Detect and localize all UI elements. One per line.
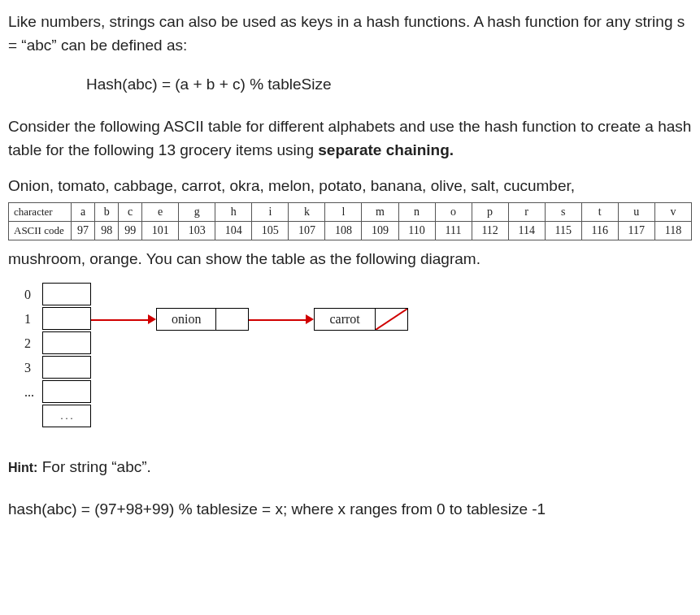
slot-box <box>42 283 91 305</box>
ascii-code: 109 <box>362 222 398 240</box>
ascii-char: o <box>435 203 472 222</box>
ascii-char: g <box>179 203 215 222</box>
ascii-char: p <box>472 203 508 222</box>
intro-para: Like numbers, strings can also be used a… <box>8 10 692 58</box>
node-pointer <box>216 308 249 331</box>
ascii-char: t <box>581 203 618 222</box>
ascii-code: 116 <box>581 222 618 240</box>
ascii-code: 97 <box>72 222 95 240</box>
ascii-code: 117 <box>618 222 654 240</box>
ascii-char: m <box>362 203 398 222</box>
hint-line: Hint: For string “abc”. <box>8 458 692 476</box>
slot-row: . . . <box>24 405 692 429</box>
slot-box <box>42 380 91 403</box>
slot-row: 3 <box>24 356 692 380</box>
node-label: carrot <box>314 308 375 331</box>
ascii-code: 103 <box>179 222 215 240</box>
node-pointer-null <box>376 308 408 331</box>
slot-box: . . . <box>42 405 91 427</box>
ascii-char: n <box>398 203 435 222</box>
ascii-char: h <box>215 203 252 222</box>
node-label: onion <box>156 308 216 331</box>
ascii-code: 105 <box>252 222 289 240</box>
hint-label: Hint: <box>8 461 37 474</box>
ascii-code: 112 <box>472 222 508 240</box>
arrow-icon <box>91 308 156 331</box>
task-para: Consider the following ASCII table for d… <box>8 115 692 162</box>
slot-box <box>42 331 91 354</box>
ascii-code: 101 <box>142 222 179 240</box>
slot-row: 0 <box>24 283 692 307</box>
ascii-char: r <box>508 203 545 222</box>
ascii-char: u <box>618 203 654 222</box>
slot-index: 2 <box>24 336 42 351</box>
slot-index: 3 <box>24 361 42 375</box>
slot-box <box>42 307 91 330</box>
ascii-code-label: ASCII code <box>9 222 72 240</box>
slot-row: 2 <box>24 331 692 356</box>
ascii-table: character a b c e g h i k l m n o p r s … <box>8 202 692 240</box>
grocery-items-line: Onion, tomato, cabbage, carrot, okra, me… <box>8 174 692 197</box>
hash-formula: Hash(abc) = (a + b + c) % tableSize <box>86 76 692 93</box>
slot-index: ... <box>24 385 42 400</box>
ascii-char: s <box>545 203 581 222</box>
ascii-char: b <box>95 203 119 222</box>
ascii-code: 104 <box>215 222 252 240</box>
svg-line-0 <box>376 309 407 330</box>
hash-example: hash(abc) = (97+98+99) % tablesize = x; … <box>8 497 692 521</box>
ascii-code: 110 <box>398 222 435 240</box>
arrow-icon <box>249 308 314 331</box>
ascii-code: 98 <box>95 222 119 240</box>
slot-row: ... <box>24 380 692 405</box>
ascii-code: 99 <box>119 222 142 240</box>
slot-box <box>42 356 91 379</box>
ascii-char: e <box>142 203 179 222</box>
hash-diagram: 0 1 onion carrot 2 3 ... . . <box>24 283 692 429</box>
ascii-code: 118 <box>654 222 691 240</box>
after-table-text: mushroom, orange. You can show the table… <box>8 247 692 271</box>
ascii-char-label: character <box>9 203 72 222</box>
chain-node: onion <box>156 308 249 331</box>
ascii-char: c <box>119 203 142 222</box>
slot-row: 1 onion carrot <box>24 307 692 331</box>
ascii-code: 115 <box>545 222 581 240</box>
ascii-char: i <box>252 203 289 222</box>
task-bold: separate chaining. <box>318 141 454 158</box>
ascii-char: a <box>72 203 95 222</box>
ascii-char-row: character a b c e g h i k l m n o p r s … <box>9 203 692 222</box>
chain-node: carrot <box>314 308 407 331</box>
ascii-char: k <box>289 203 325 222</box>
ascii-char: l <box>325 203 362 222</box>
slot-index: 0 <box>24 288 42 302</box>
hint-text: For string “abc”. <box>42 458 151 475</box>
ascii-code: 108 <box>325 222 362 240</box>
ascii-code-row: ASCII code 97 98 99 101 103 104 105 107 … <box>9 222 692 240</box>
ascii-code: 111 <box>435 222 472 240</box>
slot-index: 1 <box>24 312 42 327</box>
ascii-char: v <box>654 203 691 222</box>
ascii-code: 107 <box>289 222 325 240</box>
ascii-code: 114 <box>508 222 545 240</box>
